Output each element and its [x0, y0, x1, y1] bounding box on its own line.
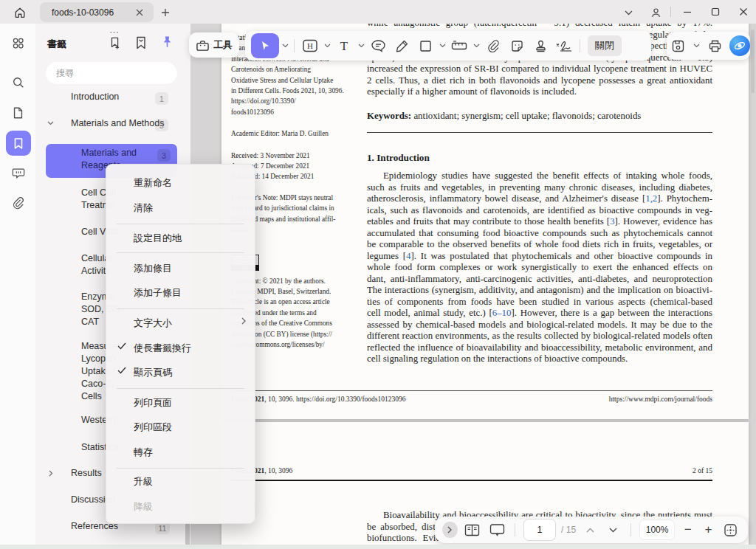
menu-item-text-size[interactable]: 文字大小 — [134, 317, 172, 330]
page-number-input[interactable] — [523, 519, 556, 541]
bookmark-list-button[interactable] — [132, 34, 150, 52]
file-actions-toolbar — [667, 32, 750, 60]
document-scrollbar-thumb[interactable] — [751, 30, 755, 93]
attachments-panel-button[interactable] — [12, 196, 24, 210]
menu-item-promote[interactable]: 升級 — [134, 475, 153, 488]
save-chevron[interactable] — [693, 35, 701, 57]
home-button[interactable] — [10, 4, 30, 21]
signature-tool-button[interactable] — [553, 35, 575, 57]
zoom-out-button[interactable]: − — [680, 522, 695, 537]
document-icon — [12, 106, 24, 120]
maximize-button[interactable] — [706, 3, 725, 21]
body-line: cell model, animal study, etc.) [6–10]. … — [367, 308, 712, 320]
pen-tool-button[interactable] — [391, 35, 413, 57]
body-line: dant, anti-inflammatory, anti-carcinogen… — [367, 274, 712, 286]
sticker-icon — [510, 39, 524, 53]
apps-grid-button[interactable] — [12, 37, 24, 49]
plus-icon — [161, 8, 170, 17]
page-layout-button[interactable] — [463, 519, 482, 541]
menu-divider — [117, 388, 244, 389]
zoom-level-value: 100% — [646, 525, 669, 535]
menu-item-add-sub-entry[interactable]: 添加子條目 — [134, 286, 182, 300]
menu-item-add-entry[interactable]: 添加條目 — [134, 262, 172, 275]
previous-page-button[interactable] — [581, 519, 599, 541]
citation-line: in Different Cells. Foods 2021, 10, 3096… — [231, 86, 343, 96]
print-button[interactable] — [704, 35, 726, 57]
close-icon — [136, 9, 143, 16]
new-tab-button[interactable] — [158, 5, 173, 20]
tools-button[interactable]: 工具 — [189, 32, 239, 58]
pin-icon — [161, 35, 173, 49]
document-tab[interactable]: foods-10-03096 — [40, 2, 154, 22]
body-line: icals, such as flavonoids and carotenoid… — [367, 205, 712, 217]
save-button[interactable] — [667, 35, 690, 57]
menu-item-show-page-numbers[interactable]: 顯示頁碼 — [134, 366, 172, 379]
highlight-tool-chevron[interactable] — [323, 35, 331, 57]
toolbox-icon — [196, 39, 210, 52]
outline-item-materials-and-methods[interactable]: Materials and Methods 3 — [46, 117, 188, 134]
comments-panel-button[interactable] — [12, 166, 25, 179]
account-button[interactable] — [647, 4, 664, 21]
menu-item-export[interactable]: 轉存 — [134, 446, 153, 459]
shape-tool-chevron[interactable] — [438, 35, 447, 57]
save-icon — [671, 39, 685, 53]
fit-to-screen-button[interactable] — [721, 519, 740, 541]
sticker-tool-button[interactable] — [506, 35, 528, 57]
select-tool-chevron[interactable] — [281, 35, 289, 57]
chevron-right-icon — [447, 526, 452, 534]
header-rest: , 10, 3096 — [264, 467, 292, 474]
shape-tool-button[interactable] — [414, 35, 436, 57]
menu-item-print-page[interactable]: 列印頁面 — [134, 396, 172, 410]
next-page-button[interactable] — [604, 519, 622, 541]
search-panel-button[interactable] — [12, 76, 25, 89]
search-icon — [12, 76, 25, 89]
ai-assistant-button[interactable] — [729, 35, 750, 56]
pages-panel-button[interactable] — [12, 106, 24, 120]
pin-panel-button[interactable] — [158, 33, 176, 51]
bottombar-divider — [630, 523, 631, 536]
tab-close-button[interactable] — [133, 6, 146, 19]
zoom-level-button[interactable]: 100% — [639, 519, 676, 540]
text-tool-button[interactable]: T — [333, 35, 355, 57]
menu-item-rename[interactable]: 重新命名 — [134, 176, 172, 190]
citation-line: Academic Editor: Maria D. Guillen — [231, 128, 343, 139]
keywords-line: Keywords: antioxidant; synergism; cell u… — [367, 111, 712, 122]
menu-item-print-section[interactable]: 列印區段 — [134, 421, 172, 434]
chevron-right-icon[interactable] — [49, 470, 53, 477]
ruler-icon — [451, 40, 467, 52]
search-input[interactable] — [46, 62, 177, 84]
measure-tool-button[interactable] — [448, 35, 470, 57]
printer-icon — [708, 39, 722, 53]
add-bookmark-button[interactable] — [106, 34, 124, 52]
user-icon — [650, 7, 662, 19]
presentation-mode-button[interactable] — [487, 519, 506, 541]
outline-item-introduction[interactable]: Introduction 1 — [46, 91, 188, 107]
text-tool-chevron[interactable] — [357, 35, 365, 57]
bookmarks-panel-button[interactable] — [6, 131, 31, 156]
window-close-button[interactable] — [734, 3, 753, 21]
close-toolbar-button[interactable]: 關閉 — [588, 35, 622, 56]
menu-divider — [117, 224, 244, 224]
highlight-style-tool-button[interactable]: H — [299, 35, 321, 57]
citation-line: Received: 3 November 2021 — [231, 151, 343, 161]
select-tool-button[interactable] — [251, 33, 279, 58]
citation-line: https://doi.org/10.3390/ — [231, 96, 343, 106]
chevron-down-icon[interactable] — [47, 121, 54, 125]
collapse-bar-button[interactable] — [442, 522, 458, 538]
titlebar-chevron-button[interactable] — [620, 5, 636, 20]
menu-item-clear[interactable]: 清除 — [134, 201, 153, 215]
footer-rule — [231, 390, 712, 391]
submenu-arrow-icon — [241, 317, 246, 325]
minimize-button[interactable] — [678, 3, 697, 21]
highlight-h-icon: H — [302, 38, 318, 53]
comment-tool-button[interactable] — [367, 35, 389, 57]
menu-item-wrap-long-bookmarks[interactable]: 使長書籤換行 — [134, 342, 191, 355]
menu-item-set-destination[interactable]: 設定目的地 — [134, 232, 182, 245]
measure-tool-chevron[interactable] — [472, 35, 481, 57]
count-badge: 3 — [157, 149, 171, 162]
attach-tool-button[interactable] — [482, 35, 504, 57]
stamp-tool-button[interactable] — [529, 35, 551, 57]
check-icon — [117, 342, 126, 350]
bookmark-icon — [13, 137, 24, 150]
zoom-in-button[interactable]: + — [701, 522, 716, 537]
